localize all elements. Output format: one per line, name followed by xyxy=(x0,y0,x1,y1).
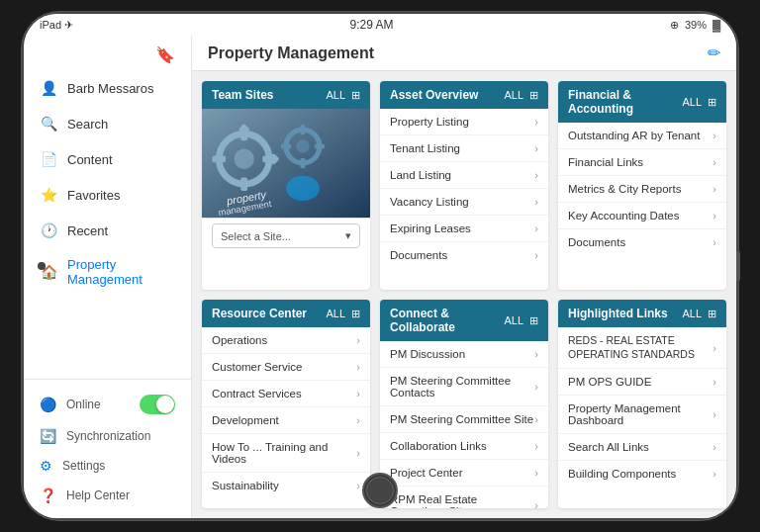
online-toggle[interactable] xyxy=(140,395,175,414)
sidebar-label-recent: Recent xyxy=(67,223,108,238)
status-bar: iPad ✈ 9:29 AM ⊕ 39% ▓ xyxy=(24,14,736,36)
list-item[interactable]: Customer Service › xyxy=(202,354,370,381)
list-item[interactable]: Building Components › xyxy=(558,461,726,487)
sidebar-label-favorites: Favorites xyxy=(67,188,120,203)
site-select[interactable]: Select a Site... ▾ xyxy=(212,223,360,248)
grid-icon-connect: ⊞ xyxy=(529,314,538,327)
chevron-right-icon: › xyxy=(712,210,716,222)
card-highlighted-header: Highlighted Links ALL ⊞ xyxy=(558,300,726,327)
card-highlighted-links: Highlighted Links ALL ⊞ REDS - REAL ESTA… xyxy=(558,300,726,508)
list-item[interactable]: PM OPS GUIDE › xyxy=(558,369,726,396)
svg-point-2 xyxy=(235,149,254,169)
status-time: 9:29 AM xyxy=(349,18,393,32)
list-item[interactable]: Metrics & City Reports › xyxy=(558,176,726,203)
card-team-sites: Team Sites ALL ⊞ xyxy=(202,81,370,290)
list-item[interactable]: PM Discussion › xyxy=(380,341,548,368)
sidebar-label-property: Property Management xyxy=(67,257,175,287)
team-sites-all[interactable]: ALL ⊞ xyxy=(326,89,360,102)
sync-icon: 🔄 xyxy=(40,428,56,444)
bookmark-icon: 🔖 xyxy=(155,45,175,64)
search-icon: 🔍 xyxy=(40,115,57,133)
chevron-right-icon: › xyxy=(534,196,538,208)
chevron-right-icon: › xyxy=(534,467,538,479)
list-item[interactable]: Contract Services › xyxy=(202,381,370,407)
edit-icon[interactable]: ✏ xyxy=(708,44,720,62)
list-item[interactable]: Search All Links › xyxy=(558,434,726,461)
settings-label: Settings xyxy=(62,459,105,473)
page-header: Property Management ✏ xyxy=(192,36,736,71)
list-item[interactable]: How To ... Training and Videos › xyxy=(202,434,370,473)
chevron-right-icon: › xyxy=(534,249,538,261)
sync-label: Synchronization xyxy=(66,429,150,443)
home-button[interactable] xyxy=(362,473,398,508)
resource-body: Operations › Customer Service › Contract… xyxy=(202,327,370,508)
sidebar-item-sync[interactable]: 🔄 Synchronization xyxy=(24,421,191,451)
connect-all-label: ALL xyxy=(504,314,523,326)
svg-rect-14 xyxy=(315,144,325,149)
asset-overview-title: Asset Overview xyxy=(390,88,478,102)
list-item[interactable]: Property Listing › xyxy=(380,109,548,135)
resource-all[interactable]: ALL ⊞ xyxy=(326,308,360,320)
list-item[interactable]: Financial Links › xyxy=(558,149,726,176)
sidebar-item-recent[interactable]: 🕐 Recent xyxy=(24,213,191,248)
svg-rect-12 xyxy=(300,158,305,168)
chevron-right-icon: › xyxy=(534,142,538,154)
connect-title: Connect & Collaborate xyxy=(390,307,504,334)
list-item[interactable]: Collaboration Links › xyxy=(380,433,548,460)
resource-all-label: ALL xyxy=(326,308,345,319)
sidebar-bookmark: 🔖 xyxy=(24,36,191,70)
chevron-right-icon: › xyxy=(534,413,538,425)
sidebar-item-content[interactable]: 📄 Content xyxy=(24,141,191,177)
chevron-right-icon: › xyxy=(712,468,716,480)
highlighted-all-label: ALL xyxy=(682,308,702,319)
chevron-right-icon: › xyxy=(712,183,716,195)
list-item[interactable]: Sustainability › xyxy=(202,473,370,498)
sidebar-item-settings[interactable]: ⚙ Settings xyxy=(24,451,191,481)
list-item[interactable]: Project Center › xyxy=(380,460,548,487)
list-item[interactable]: Property Management Dashboard › xyxy=(558,396,726,434)
chevron-right-icon: › xyxy=(712,156,716,168)
user-icon: 👤 xyxy=(40,79,57,97)
list-item[interactable]: Development › xyxy=(202,407,370,434)
cards-area: Team Sites ALL ⊞ xyxy=(192,71,736,518)
list-item[interactable]: Documents › xyxy=(558,229,726,255)
list-item[interactable]: RPM Real Estate Operations Site › xyxy=(380,487,548,508)
sidebar-item-property[interactable]: 🏠 Property Management xyxy=(24,248,191,296)
list-item[interactable]: PM Steering Committee Site › xyxy=(380,406,548,433)
list-item[interactable]: Expiring Leases › xyxy=(380,216,548,242)
card-resource-center: Resource Center ALL ⊞ Operations › xyxy=(202,300,370,508)
chevron-right-icon: › xyxy=(356,361,360,373)
list-item[interactable]: PM Steering Committee Contacts › xyxy=(380,368,548,406)
sidebar-item-help[interactable]: ❓ Help Center xyxy=(24,481,191,510)
financial-body: Outstanding AR by Tenant › Financial Lin… xyxy=(558,123,726,290)
sidebar-nav: 👤 Barb Messaros 🔍 Search 📄 Content ⭐ Fav… xyxy=(24,70,191,379)
list-item[interactable]: REDS - REAL ESTATE OPERATING STANDARDS › xyxy=(558,327,726,369)
sidebar-item-user[interactable]: 👤 Barb Messaros xyxy=(24,70,191,106)
favorites-icon: ⭐ xyxy=(40,186,57,204)
financial-all[interactable]: ALL ⊞ xyxy=(682,96,716,109)
connect-all[interactable]: ALL ⊞ xyxy=(504,314,538,327)
highlighted-all[interactable]: ALL ⊞ xyxy=(682,308,716,320)
list-item[interactable]: Operations › xyxy=(202,327,370,354)
chevron-right-icon: › xyxy=(534,381,538,393)
sidebar-footer: 🔵 Online 🔄 Synchronization ⚙ Settings ❓ xyxy=(24,379,191,518)
sidebar-item-online[interactable]: 🔵 Online xyxy=(24,388,191,421)
svg-rect-13 xyxy=(281,144,291,149)
asset-overview-body: Property Listing › Tenant Listing › Land… xyxy=(380,109,548,290)
list-item[interactable]: Documents › xyxy=(380,242,548,268)
asset-overview-all[interactable]: ALL ⊞ xyxy=(504,89,538,102)
list-item[interactable]: Key Accounting Dates › xyxy=(558,203,726,229)
sidebar-label-content: Content xyxy=(67,152,113,167)
list-item[interactable]: Tenant Listing › xyxy=(380,135,548,162)
sidebar-label-user: Barb Messaros xyxy=(67,81,153,96)
settings-icon: ⚙ xyxy=(40,458,52,474)
list-item[interactable]: Vacancy Listing › xyxy=(380,189,548,216)
card-asset-overview-header: Asset Overview ALL ⊞ xyxy=(380,81,548,109)
sidebar-item-favorites[interactable]: ⭐ Favorites xyxy=(24,177,191,213)
online-icon: 🔵 xyxy=(40,397,56,412)
page-title: Property Management xyxy=(208,44,374,62)
list-item[interactable]: Land Listing › xyxy=(380,162,548,189)
status-left: iPad ✈ xyxy=(40,19,73,32)
list-item[interactable]: Outstanding AR by Tenant › xyxy=(558,123,726,149)
sidebar-item-search[interactable]: 🔍 Search xyxy=(24,106,191,141)
